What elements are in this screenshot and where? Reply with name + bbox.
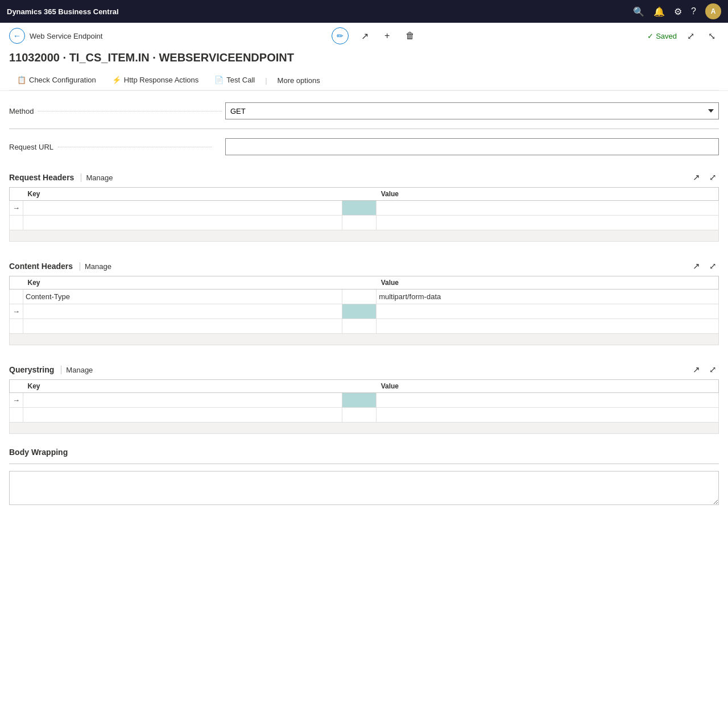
request-headers-value-1[interactable] (377, 201, 719, 216)
request-headers-highlight-1 (342, 201, 377, 216)
content-headers-key-3[interactable] (23, 319, 342, 334)
querystring-manage[interactable]: Manage (61, 366, 93, 374)
request-headers-key-2[interactable] (23, 216, 342, 230)
content-headers-export-icon[interactable]: ↗ (690, 260, 702, 272)
delete-button[interactable]: 🗑 (402, 27, 418, 44)
edit-button[interactable]: ✏ (332, 27, 349, 44)
content-headers-value-2[interactable] (377, 304, 719, 319)
querystring-footer-cell (10, 423, 719, 434)
request-headers-col-value: Value (377, 188, 719, 201)
action-tabs: 📋 Check Configuration ⚡ Http Response Ac… (9, 71, 719, 90)
breadcrumb-row: ← Web Service Endpoint ✏ ↗ + 🗑 ✓ Saved ⤢… (9, 27, 719, 44)
check-icon: ✓ (647, 32, 653, 40)
check-config-icon: 📋 (17, 76, 26, 84)
content-headers-title: Content Headers (9, 262, 73, 271)
search-icon[interactable]: 🔍 (633, 6, 644, 17)
share-button[interactable]: ↗ (358, 27, 372, 44)
request-headers-header: Request Headers Manage ↗ ⤢ (9, 167, 719, 187)
request-headers-row-1: → (10, 201, 719, 216)
request-headers-col-arrow (10, 188, 23, 201)
body-wrapping-section: Body Wrapping (9, 448, 719, 507)
add-button[interactable]: + (381, 27, 393, 44)
content-headers-footer (10, 334, 719, 345)
querystring-left: Querystring Manage (9, 365, 93, 374)
content-headers-manage[interactable]: Manage (80, 262, 111, 271)
request-url-input[interactable] (225, 138, 719, 155)
method-row: Method GET POST PUT PATCH DELETE (9, 100, 719, 122)
content-headers-header: Content Headers Manage ↗ ⤢ (9, 255, 719, 276)
content-area: Method GET POST PUT PATCH DELETE Request… (0, 91, 728, 520)
request-url-label: Request URL (9, 143, 225, 151)
tab-more-options[interactable]: More options (270, 72, 328, 89)
bell-icon[interactable]: 🔔 (653, 6, 665, 17)
content-headers-arrow-1 (10, 289, 23, 304)
querystring-value-1[interactable] (377, 393, 719, 408)
tab-http-response-actions[interactable]: ⚡ Http Response Actions (104, 71, 207, 90)
querystring-col-highlight (342, 380, 377, 393)
topbar-left: Dynamics 365 Business Central (7, 7, 119, 16)
querystring-highlight-2 (342, 408, 377, 423)
request-headers-footer-cell (10, 230, 719, 242)
request-headers-export-icon[interactable]: ↗ (690, 171, 702, 184)
querystring-col-arrow (10, 380, 23, 393)
avatar[interactable]: A (705, 3, 721, 19)
topbar-right: 🔍 🔔 ⚙ ? A (633, 3, 721, 19)
request-headers-expand-icon[interactable]: ⤢ (707, 171, 719, 184)
content-headers-col-highlight (342, 276, 377, 289)
tab-check-configuration[interactable]: 📋 Check Configuration (9, 71, 104, 90)
app-name: Dynamics 365 Business Central (7, 7, 119, 16)
content-headers-key-2[interactable] (23, 304, 342, 319)
tab-test-call[interactable]: 📄 Test Call (206, 71, 263, 90)
request-headers-manage[interactable]: Manage (81, 173, 113, 182)
request-headers-arrow-1: → (10, 201, 23, 216)
content-headers-col-value: Value (377, 276, 719, 289)
content-headers-highlight-1 (342, 289, 377, 304)
toolbar-right: ✓ Saved ⤢ ⤡ (647, 28, 719, 44)
expand-button[interactable]: ⤢ (684, 28, 698, 44)
collapse-button[interactable]: ⤡ (705, 28, 719, 44)
querystring-header: Querystring Manage ↗ ⤢ (9, 359, 719, 379)
request-headers-col-highlight (342, 188, 377, 201)
content-headers-key-1[interactable]: Content-Type (23, 289, 342, 304)
content-headers-value-3[interactable] (377, 319, 719, 334)
method-field[interactable]: GET POST PUT PATCH DELETE (225, 102, 719, 119)
content-headers-highlight-2 (342, 304, 377, 319)
querystring-table: Key Value → (9, 379, 719, 434)
querystring-expand-icon[interactable]: ⤢ (707, 363, 719, 376)
request-headers-key-1[interactable] (23, 201, 342, 216)
breadcrumb: Web Service Endpoint (30, 32, 102, 40)
querystring-title: Querystring (9, 365, 54, 374)
querystring-arrow-2 (10, 408, 23, 423)
querystring-highlight-1 (342, 393, 377, 408)
body-wrapping-textarea[interactable] (9, 471, 719, 505)
method-select[interactable]: GET POST PUT PATCH DELETE (225, 102, 719, 119)
querystring-row-2 (10, 408, 719, 423)
querystring-key-2[interactable] (23, 408, 342, 423)
request-headers-row-2 (10, 216, 719, 230)
content-headers-value-1[interactable]: multipart/form-data (377, 289, 719, 304)
querystring-export-icon[interactable]: ↗ (690, 363, 702, 376)
back-button[interactable]: ← (9, 28, 25, 44)
querystring-value-2[interactable] (377, 408, 719, 423)
page-header: ← Web Service Endpoint ✏ ↗ + 🗑 ✓ Saved ⤢… (0, 23, 728, 91)
request-headers-highlight-2 (342, 216, 377, 230)
lightning-icon: ⚡ (112, 76, 121, 84)
content-headers-footer-cell (10, 334, 719, 345)
content-headers-row-1: Content-Type multipart/form-data (10, 289, 719, 304)
content-headers-row-2: → (10, 304, 719, 319)
request-headers-footer (10, 230, 719, 242)
querystring-icons: ↗ ⤢ (690, 363, 719, 376)
request-headers-value-2[interactable] (377, 216, 719, 230)
settings-icon[interactable]: ⚙ (674, 6, 682, 17)
request-url-field[interactable] (225, 138, 719, 155)
request-headers-col-key: Key (23, 188, 342, 201)
querystring-arrow-1: → (10, 393, 23, 408)
help-icon[interactable]: ? (691, 6, 696, 16)
content-headers-highlight-3 (342, 319, 377, 334)
request-headers-table: Key Value → (9, 187, 719, 242)
querystring-key-1[interactable] (23, 393, 342, 408)
content-headers-expand-icon[interactable]: ⤢ (707, 260, 719, 272)
request-headers-arrow-2 (10, 216, 23, 230)
content-headers-icons: ↗ ⤢ (690, 260, 719, 272)
content-headers-arrow-3 (10, 319, 23, 334)
